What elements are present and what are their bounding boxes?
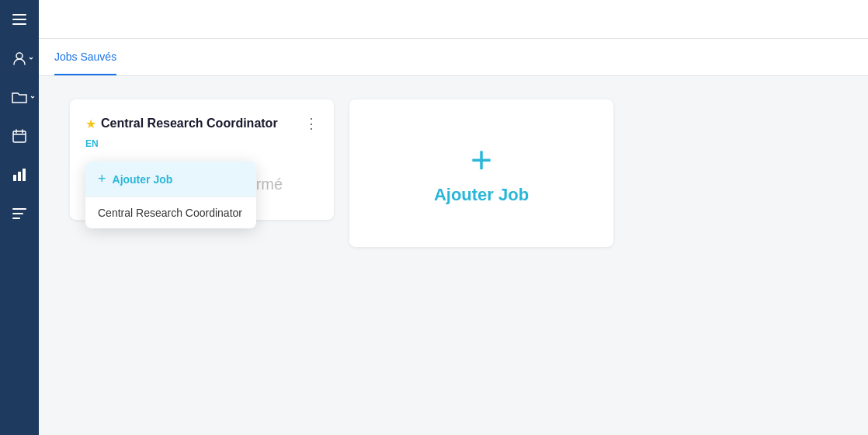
menu-icon[interactable] [0,0,39,39]
dropdown-job-label: Central Research Coordinator [98,207,242,219]
svg-rect-12 [12,213,23,214]
job-card-title: Central Research Coordinator [101,117,278,130]
tabs-bar: Jobs Sauvés [39,39,868,76]
svg-rect-11 [12,208,26,210]
dropdown-add-label: Ajouter Job [113,173,173,186]
sidebar [0,0,39,435]
user-nav-icon[interactable] [0,39,39,78]
topbar [39,0,868,39]
list-nav-icon[interactable] [0,194,39,233]
svg-rect-10 [23,169,26,181]
svg-rect-2 [12,23,26,25]
add-job-label: Ajouter Job [434,185,529,205]
dropdown-menu: + Ajouter Job Central Research Coordinat… [85,162,256,228]
job-card-title-row: ★ Central Research Coordinator [85,117,278,131]
svg-rect-0 [12,14,26,16]
svg-rect-1 [12,19,26,20]
svg-rect-13 [12,218,20,219]
add-job-card[interactable]: + Ajouter Job [349,99,613,247]
star-icon: ★ [85,117,96,131]
dropdown-add-job[interactable]: + Ajouter Job [85,162,256,197]
job-card-header: ★ Central Research Coordinator ⋮ [85,115,318,132]
folder-nav-icon[interactable] [0,78,39,117]
svg-rect-9 [18,172,21,181]
svg-rect-8 [13,175,16,181]
calendar-nav-icon[interactable] [0,117,39,155]
tab-jobs-sauves[interactable]: Jobs Sauvés [54,39,116,75]
dropdown-plus-icon: + [98,171,106,187]
svg-rect-4 [13,131,26,142]
dropdown-job-item[interactable]: Central Research Coordinator [85,197,256,228]
chart-nav-icon[interactable] [0,155,39,194]
more-options-icon[interactable]: ⋮ [304,115,318,132]
svg-point-3 [16,53,23,59]
add-plus-icon: + [470,141,492,179]
content-area: ★ Central Research Coordinator ⋮ EN 9 Ca… [39,76,868,435]
lang-badge: EN [85,138,318,149]
main-content: Jobs Sauvés ★ Central Research Coordinat… [39,0,868,435]
